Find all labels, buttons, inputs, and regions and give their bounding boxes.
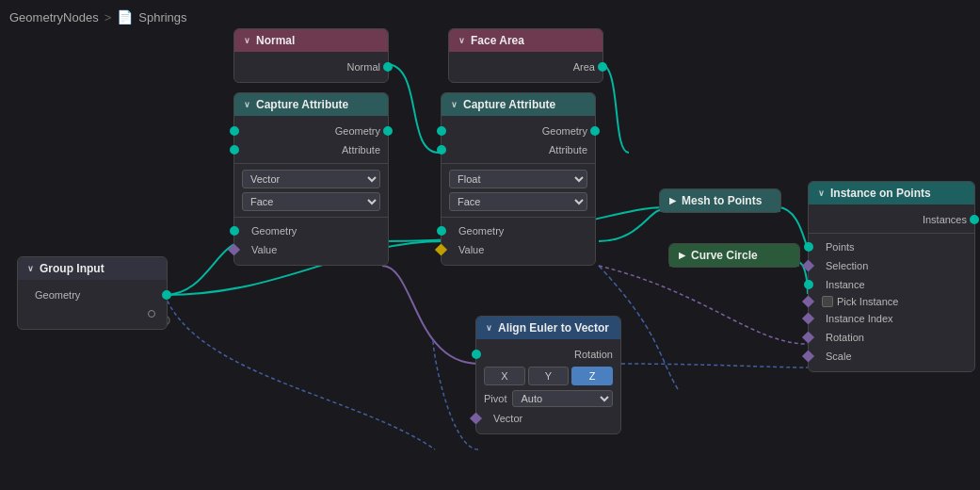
iop-scale-in[interactable] [802, 351, 814, 363]
breadcrumb-root[interactable]: GeometryNodes [9, 10, 99, 24]
capture2-geo-label: Geometry [542, 125, 587, 137]
capture2-geo-in[interactable] [437, 126, 446, 136]
collapse-icon-5[interactable]: ∨ [27, 264, 34, 273]
group-input-empty-row [18, 304, 167, 323]
capture1-geo-in[interactable] [230, 126, 239, 136]
iop-instances-row: Instances [809, 210, 974, 229]
node-normal-title: Normal [256, 34, 295, 47]
axis-y-button[interactable]: Y [528, 367, 570, 385]
capture1-attr-in[interactable] [230, 145, 239, 155]
capture1-value-out[interactable] [228, 244, 240, 256]
iop-selection-label: Selection [816, 260, 868, 271]
capture1-domain-select[interactable]: Face Vertex [242, 192, 380, 211]
mesh-to-points-chevron: ▶ [669, 196, 676, 205]
breadcrumb: GeometryNodes > 📄 Sphrings [9, 9, 187, 24]
node-instance-on-points-title: Instance on Points [830, 187, 931, 200]
capture2-geo-out[interactable] [590, 126, 600, 136]
curve-circle-chevron: ▶ [679, 251, 685, 260]
node-align-euler-header[interactable]: ∨ Align Euler to Vector [476, 317, 620, 339]
node-align-euler: ∨ Align Euler to Vector Rotation X Y Z P… [475, 316, 621, 434]
capture1-type-select[interactable]: Vector Float [242, 170, 380, 188]
capture2-domain-select[interactable]: Face Vertex [449, 192, 587, 211]
iop-points-in[interactable] [804, 242, 813, 252]
iop-instance-index-in[interactable] [802, 313, 814, 325]
iop-scale-row: Scale [809, 347, 974, 366]
capture1-attr-label: Attribute [342, 144, 380, 155]
node-align-euler-title: Align Euler to Vector [498, 321, 609, 335]
capture2-geo-out2[interactable] [437, 226, 446, 236]
collapse-icon-3[interactable]: ∨ [244, 100, 250, 109]
align-euler-rotation-row: Rotation [476, 345, 620, 364]
align-euler-rotation-in[interactable] [472, 350, 481, 359]
iop-points-label: Points [816, 241, 855, 253]
node-normal-header[interactable]: ∨ Normal [234, 29, 388, 52]
capture2-geo-input: Geometry [442, 122, 595, 140]
normal-output-label: Normal [347, 61, 380, 73]
node-instance-on-points: ∨ Instance on Points Instances Points Se… [808, 181, 975, 372]
capture2-attr-in[interactable] [437, 145, 446, 155]
collapse-icon-2[interactable]: ∨ [458, 36, 465, 45]
iop-selection-in[interactable] [802, 260, 814, 272]
group-input-geo-row: Geometry [18, 286, 167, 304]
iop-pick-instance-socket[interactable] [802, 296, 814, 308]
capture2-geo-out-label: Geometry [449, 225, 504, 237]
node-mesh-to-points: ▶ Mesh to Points [659, 188, 781, 213]
capture2-value-label: Value [449, 244, 484, 255]
align-euler-vector-in[interactable] [470, 413, 482, 425]
capture1-geo-out2[interactable] [230, 226, 239, 236]
iop-instance-index-row: Instance Index [809, 309, 974, 328]
iop-instances-out[interactable] [970, 215, 979, 224]
node-face-area: ∨ Face Area Area [448, 28, 603, 83]
pivot-select[interactable]: Auto X Y Z [512, 390, 613, 407]
face-area-out-socket[interactable] [598, 62, 607, 72]
iop-pick-instance-checkbox[interactable] [822, 296, 833, 307]
normal-out-socket[interactable] [383, 62, 393, 72]
capture2-geo-out-row: Geometry [442, 221, 595, 240]
iop-pick-instance-row: Pick Instance [809, 294, 974, 309]
capture1-attr-row: Attribute [234, 140, 388, 159]
face-area-output-row: Area [449, 57, 602, 76]
group-input-geo-out[interactable] [162, 290, 171, 300]
node-normal: ∨ Normal Normal [233, 28, 389, 83]
capture1-geo-out-label: Geometry [242, 225, 297, 237]
iop-rotation-row: Rotation [809, 328, 974, 347]
capture2-type-select[interactable]: Float Vector [449, 170, 587, 188]
node-capture1-title: Capture Attribute [256, 98, 348, 111]
capture1-value-row: Value [234, 240, 388, 259]
node-capture2-header[interactable]: ∨ Capture Attribute [442, 93, 595, 116]
node-capture1-header[interactable]: ∨ Capture Attribute [234, 93, 388, 116]
node-face-area-title: Face Area [471, 34, 524, 47]
capture2-value-out[interactable] [435, 244, 447, 256]
iop-rotation-label: Rotation [816, 332, 864, 343]
pivot-label: Pivot [484, 393, 506, 404]
breadcrumb-separator: > [104, 10, 112, 24]
group-input-empty-socket [148, 310, 155, 318]
node-curve-circle-header[interactable]: ▶ Curve Circle [669, 244, 799, 267]
capture1-geo-input: Geometry [234, 122, 388, 140]
capture1-geo-out[interactable] [383, 126, 393, 136]
collapse-icon-4[interactable]: ∨ [451, 100, 458, 109]
node-face-area-header[interactable]: ∨ Face Area [449, 29, 602, 52]
iop-instance-in[interactable] [804, 280, 813, 289]
collapse-icon[interactable]: ∨ [244, 36, 250, 45]
axis-z-button[interactable]: Z [571, 367, 613, 385]
group-input-geo-label: Geometry [25, 289, 80, 301]
node-mesh-to-points-header[interactable]: ▶ Mesh to Points [660, 189, 780, 212]
capture1-value-label: Value [242, 244, 277, 255]
node-instance-on-points-header[interactable]: ∨ Instance on Points [809, 182, 974, 204]
node-group-input-title: Group Input [40, 262, 104, 275]
node-capture1: ∨ Capture Attribute Geometry Attribute V… [233, 92, 389, 266]
breadcrumb-icon: 📄 [117, 9, 133, 24]
capture2-attr-label: Attribute [549, 144, 587, 155]
node-capture2: ∨ Capture Attribute Geometry Attribute F… [441, 92, 596, 266]
node-group-input-header[interactable]: ∨ Group Input [18, 257, 167, 280]
collapse-icon-7[interactable]: ∨ [818, 188, 825, 198]
capture2-value-row: Value [442, 240, 595, 259]
collapse-icon-6[interactable]: ∨ [486, 323, 492, 333]
iop-instance-label: Instance [816, 279, 865, 290]
breadcrumb-file[interactable]: Sphrings [138, 10, 186, 24]
node-mesh-to-points-title: Mesh to Points [682, 194, 762, 207]
capture1-geo-label: Geometry [335, 125, 380, 137]
iop-rotation-in[interactable] [802, 332, 814, 344]
axis-x-button[interactable]: X [484, 367, 525, 385]
